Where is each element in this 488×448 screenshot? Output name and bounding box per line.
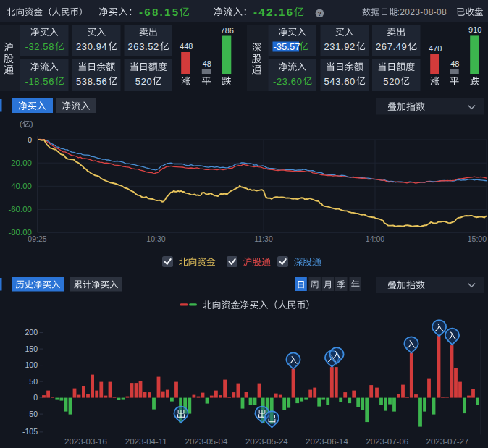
svg-text:48: 48 <box>450 59 459 68</box>
svg-text:10:30: 10:30 <box>146 234 165 243</box>
svg-text:-60.00: -60.00 <box>8 205 32 214</box>
svg-text:(: ( <box>20 119 22 128</box>
svg-text:0: 0 <box>33 393 38 402</box>
svg-text:2023-06-14: 2023-06-14 <box>306 437 348 446</box>
svg-text:-32.58: -32.58 <box>25 41 54 52</box>
svg-text:2023-07-06: 2023-07-06 <box>366 437 408 446</box>
svg-text:543.60: 543.60 <box>324 76 356 87</box>
svg-text:2023-04-11: 2023-04-11 <box>125 437 167 446</box>
svg-text:470: 470 <box>429 44 442 53</box>
svg-text:-105: -105 <box>22 427 38 436</box>
svg-text:150: 150 <box>25 345 38 353</box>
svg-text:2023-07-27: 2023-07-27 <box>426 437 469 446</box>
svg-text:200: 200 <box>25 328 38 337</box>
svg-text:267.49: 267.49 <box>376 41 407 52</box>
svg-text:231.92: 231.92 <box>324 41 356 52</box>
svg-text:?: ? <box>318 9 322 17</box>
svg-text:100: 100 <box>25 360 38 369</box>
svg-text:520: 520 <box>135 76 153 87</box>
svg-text:48: 48 <box>203 59 211 68</box>
svg-text:230.94: 230.94 <box>76 41 107 52</box>
svg-text:-20.00: -20.00 <box>8 159 32 167</box>
svg-text:-42.16: -42.16 <box>253 6 294 18</box>
svg-text:14:00: 14:00 <box>366 234 384 243</box>
svg-text:): ) <box>30 119 33 128</box>
svg-text:-23.60: -23.60 <box>273 76 302 87</box>
svg-text:-18.56: -18.56 <box>25 76 54 87</box>
svg-text:-50: -50 <box>27 410 38 418</box>
svg-text:2023-05-24: 2023-05-24 <box>245 437 288 446</box>
svg-text:11:30: 11:30 <box>254 234 273 243</box>
svg-text:538.56: 538.56 <box>76 76 107 87</box>
svg-text:448: 448 <box>180 42 193 51</box>
svg-text:2023-03-16: 2023-03-16 <box>64 437 107 446</box>
svg-text:-40.00: -40.00 <box>8 182 32 190</box>
svg-text:910: 910 <box>468 25 481 34</box>
svg-text::2023-08-08: :2023-08-08 <box>397 7 447 17</box>
svg-text:520: 520 <box>383 76 400 87</box>
svg-text:786: 786 <box>221 26 234 35</box>
svg-text:2023-05-04: 2023-05-04 <box>185 437 228 446</box>
svg-text:50: 50 <box>29 377 38 386</box>
svg-text:15:00: 15:00 <box>468 234 487 243</box>
svg-text:-35.57: -35.57 <box>274 41 300 52</box>
svg-text:09:25: 09:25 <box>28 234 46 243</box>
svg-text:0: 0 <box>28 135 32 144</box>
svg-text:263.52: 263.52 <box>128 41 159 52</box>
svg-text:-68.15: -68.15 <box>139 6 180 18</box>
